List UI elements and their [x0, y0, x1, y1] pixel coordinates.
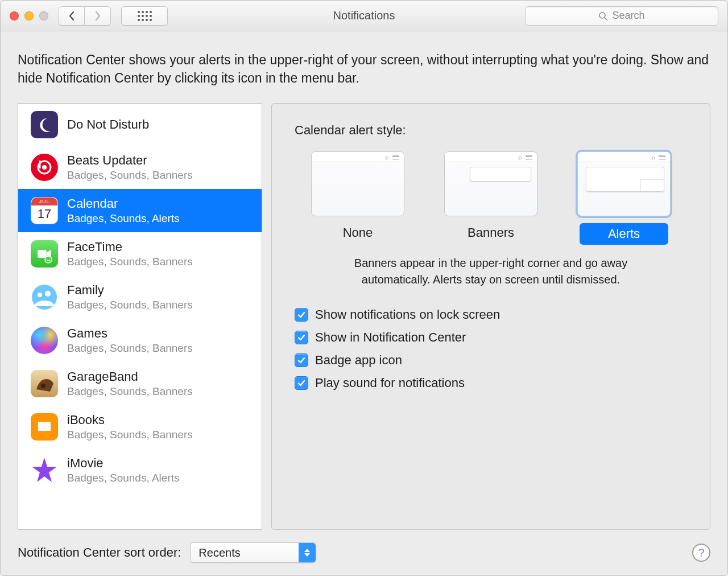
alert-style-hint: Banners appear in the upper-right corner…	[326, 255, 656, 288]
forward-button[interactable]	[85, 6, 111, 26]
moon-icon	[31, 111, 58, 138]
calendar-icon: JUL17	[31, 197, 58, 224]
app-name: Calendar	[67, 196, 180, 211]
checkbox[interactable]	[295, 308, 308, 322]
sort-order-value: Recents	[191, 546, 299, 559]
preferences-window: Notifications Search Notification Center…	[0, 0, 728, 576]
question-mark-icon: ?	[698, 546, 704, 559]
app-labels: iBooksBadges, Sounds, Banners	[67, 413, 193, 441]
app-row-ibooks[interactable]: iBooksBadges, Sounds, Banners	[18, 405, 262, 449]
svg-point-3	[42, 165, 47, 170]
option-checkbox-row: Show in Notification Center	[295, 330, 687, 345]
detail-panel: Calendar alert style: ⌕None⌕Banners⌕Aler…	[271, 103, 710, 530]
checkmark-icon	[297, 378, 306, 388]
app-name: FaceTime	[67, 240, 193, 254]
beats-icon	[31, 154, 58, 181]
minimize-window-button[interactable]	[24, 11, 34, 20]
app-subtitle: Badges, Sounds, Banners	[67, 385, 193, 398]
imovie-icon	[31, 456, 58, 484]
checkbox-label: Play sound for notifications	[315, 376, 465, 390]
app-name: Family	[67, 283, 193, 298]
svg-point-6	[45, 256, 52, 263]
checkbox[interactable]	[295, 331, 308, 344]
game-center-icon	[31, 327, 58, 354]
app-row-fam[interactable]: FamilyBadges, Sounds, Banners	[18, 275, 262, 319]
family-icon	[31, 283, 58, 311]
intro-text: Notification Center shows your alerts in…	[18, 51, 710, 87]
nav-history-group	[59, 6, 111, 26]
app-row-cal[interactable]: JUL17CalendarBadges, Sounds, Alerts	[18, 189, 262, 232]
app-labels: CalendarBadges, Sounds, Alerts	[67, 196, 180, 225]
app-name: GarageBand	[67, 369, 193, 384]
app-labels: FamilyBadges, Sounds, Banners	[67, 283, 193, 311]
search-input[interactable]: Search	[525, 6, 718, 26]
titlebar: Notifications Search	[1, 1, 727, 31]
content-area: Notification Center shows your alerts in…	[1, 31, 727, 575]
app-row-beats[interactable]: Beats UpdaterBadges, Sounds, Banners	[18, 146, 262, 189]
alert-style-alert[interactable]: ⌕Alerts	[577, 151, 671, 245]
window-controls	[10, 11, 48, 20]
checkbox[interactable]	[295, 353, 308, 367]
svg-line-1	[605, 18, 607, 20]
alert-style-label: None	[332, 223, 384, 242]
app-subtitle: Badges, Sounds, Alerts	[67, 472, 180, 484]
app-row-dnd[interactable]: Do Not Disturb	[18, 104, 262, 146]
option-checkbox-row: Show notifications on lock screen	[295, 307, 687, 322]
alert-style-options: ⌕None⌕Banners⌕Alerts	[295, 151, 687, 245]
select-stepper-icon	[299, 542, 316, 563]
alert-style-label: Banners	[456, 223, 526, 242]
checkbox-label: Show notifications on lock screen	[315, 307, 500, 322]
checkmark-icon	[297, 333, 306, 342]
app-labels: iMovieBadges, Sounds, Alerts	[67, 456, 180, 484]
show-all-button[interactable]	[121, 6, 168, 26]
svg-point-9	[45, 291, 51, 297]
app-subtitle: Badges, Sounds, Banners	[67, 256, 193, 268]
app-subtitle: Badges, Sounds, Banners	[67, 342, 193, 355]
alert-style-heading: Calendar alert style:	[295, 123, 687, 138]
checkmark-icon	[297, 356, 306, 365]
app-row-imovie[interactable]: iMovieBadges, Sounds, Alerts	[18, 449, 262, 486]
app-row-gb[interactable]: GarageBandBadges, Sounds, Banners	[18, 362, 262, 405]
app-subtitle: Badges, Sounds, Alerts	[67, 212, 180, 225]
alert-style-none[interactable]: ⌕None	[311, 151, 404, 245]
search-placeholder: Search	[612, 10, 644, 22]
app-name: iMovie	[67, 456, 180, 471]
app-list: Do Not DisturbBeats UpdaterBadges, Sound…	[18, 104, 262, 529]
alert-style-banner[interactable]: ⌕Banners	[444, 151, 537, 245]
alert-style-label: Alerts	[580, 223, 668, 245]
sort-order-select[interactable]: Recents	[190, 542, 316, 563]
options-checklist: Show notifications on lock screenShow in…	[295, 307, 687, 390]
app-labels: Do Not Disturb	[67, 117, 149, 132]
app-name: iBooks	[67, 413, 193, 427]
option-checkbox-row: Play sound for notifications	[295, 376, 687, 390]
checkbox[interactable]	[295, 376, 308, 390]
alert-style-thumb: ⌕	[444, 151, 537, 216]
footer-row: Notification Center sort order: Recents …	[18, 530, 710, 563]
svg-point-8	[38, 293, 42, 297]
help-button[interactable]: ?	[692, 544, 710, 562]
ibooks-icon	[31, 413, 58, 441]
grid-icon	[138, 11, 152, 21]
app-name: Beats Updater	[67, 153, 193, 168]
app-sidebar[interactable]: Do Not DisturbBeats UpdaterBadges, Sound…	[18, 103, 262, 530]
chevron-right-icon	[94, 11, 101, 21]
option-checkbox-row: Badge app icon	[295, 353, 687, 368]
alert-style-thumb: ⌕	[311, 151, 404, 216]
checkmark-icon	[297, 310, 306, 319]
app-name: Do Not Disturb	[67, 117, 149, 132]
back-button[interactable]	[59, 6, 85, 26]
close-window-button[interactable]	[10, 11, 19, 20]
app-labels: FaceTimeBadges, Sounds, Banners	[67, 240, 193, 268]
app-labels: GarageBandBadges, Sounds, Banners	[67, 369, 193, 398]
app-labels: Beats UpdaterBadges, Sounds, Banners	[67, 153, 193, 182]
sort-order-label: Notification Center sort order:	[18, 545, 181, 560]
app-labels: GamesBadges, Sounds, Banners	[67, 326, 193, 355]
window-title: Notifications	[333, 9, 395, 22]
checkbox-label: Show in Notification Center	[315, 330, 466, 345]
app-subtitle: Badges, Sounds, Banners	[67, 299, 193, 311]
app-row-ft[interactable]: FaceTimeBadges, Sounds, Banners	[18, 232, 262, 275]
search-icon	[598, 11, 607, 20]
svg-marker-11	[32, 458, 57, 482]
app-row-games[interactable]: GamesBadges, Sounds, Banners	[18, 319, 262, 362]
checkbox-label: Badge app icon	[315, 353, 402, 368]
